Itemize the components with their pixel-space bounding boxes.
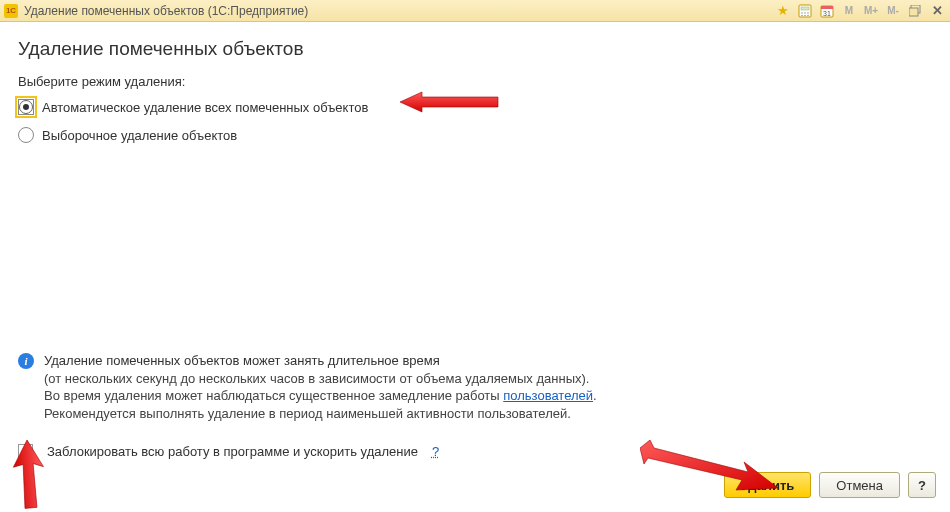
- delete-button[interactable]: Удалить: [724, 472, 811, 498]
- svg-point-4: [807, 12, 809, 14]
- block-work-help[interactable]: ?: [432, 444, 439, 459]
- radio-auto-label: Автоматическое удаление всех помеченных …: [42, 100, 368, 115]
- block-work-checkbox[interactable]: [18, 444, 33, 459]
- help-button[interactable]: ?: [908, 472, 936, 498]
- radio-icon: [18, 127, 34, 143]
- svg-rect-9: [821, 6, 833, 9]
- close-icon[interactable]: ✕: [928, 3, 946, 19]
- block-work-row: Заблокировать всю работу в программе и у…: [18, 444, 439, 459]
- page-title: Удаление помеченных объектов: [18, 38, 932, 60]
- info-icon: i: [18, 353, 34, 369]
- radio-auto-delete[interactable]: Автоматическое удаление всех помеченных …: [18, 99, 932, 115]
- info-line4: Рекомендуется выполнять удаление в перио…: [44, 406, 571, 421]
- info-text: Удаление помеченных объектов может занят…: [44, 352, 597, 422]
- users-link[interactable]: пользователей: [503, 388, 593, 403]
- block-work-label: Заблокировать всю работу в программе и у…: [47, 444, 418, 459]
- cancel-button[interactable]: Отмена: [819, 472, 900, 498]
- window-title: Удаление помеченных объектов (1С:Предпри…: [24, 4, 308, 18]
- content-area: Удаление помеченных объектов Выберите ре…: [0, 22, 950, 512]
- svg-text:31: 31: [823, 10, 831, 17]
- radio-icon: [18, 99, 34, 115]
- info-block: i Удаление помеченных объектов может зан…: [18, 352, 932, 422]
- memory-mminus-button[interactable]: M-: [884, 3, 902, 19]
- svg-point-3: [804, 12, 806, 14]
- titlebar: 1C Удаление помеченных объектов (1С:Пред…: [0, 0, 950, 22]
- svg-rect-1: [801, 7, 809, 10]
- info-line1: Удаление помеченных объектов может занят…: [44, 352, 597, 370]
- svg-rect-12: [909, 8, 918, 16]
- svg-point-6: [804, 14, 806, 16]
- info-line3b: .: [593, 388, 597, 403]
- favorite-icon[interactable]: ★: [774, 3, 792, 19]
- info-line2: (от нескольких секунд до нескольких часо…: [44, 371, 589, 386]
- mode-label: Выберите режим удаления:: [18, 74, 932, 89]
- app-logo-icon: 1C: [4, 4, 18, 18]
- svg-point-2: [801, 12, 803, 14]
- titlebar-actions: ★ 31 M M+ M- ✕: [774, 3, 946, 19]
- svg-point-7: [807, 14, 809, 16]
- calendar-icon[interactable]: 31: [818, 3, 836, 19]
- footer-buttons: Удалить Отмена ?: [724, 472, 936, 498]
- svg-point-5: [801, 14, 803, 16]
- memory-mplus-button[interactable]: M+: [862, 3, 880, 19]
- memory-m-button[interactable]: M: [840, 3, 858, 19]
- radio-selective-label: Выборочное удаление объектов: [42, 128, 237, 143]
- radio-selective-delete[interactable]: Выборочное удаление объектов: [18, 127, 932, 143]
- info-line3a: Во время удаления может наблюдаться суще…: [44, 388, 503, 403]
- restore-window-icon[interactable]: [906, 3, 924, 19]
- calculator-icon[interactable]: [796, 3, 814, 19]
